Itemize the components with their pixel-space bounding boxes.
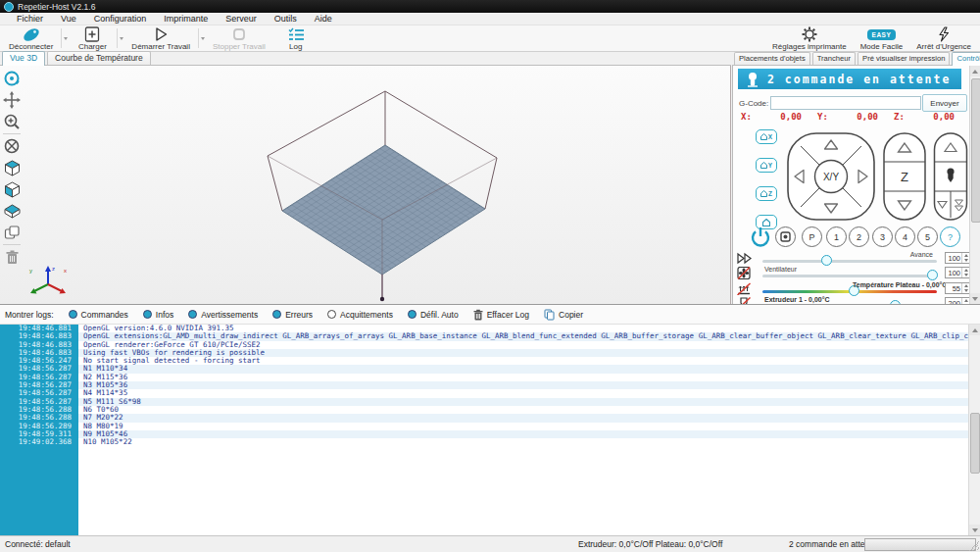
pending-commands-header: 2 commande en attente (738, 69, 961, 89)
log-row: 19:48:56.289N8 M80*19 (0, 423, 980, 430)
menu-configuration[interactable]: Configuration (85, 14, 156, 24)
scroll-up-icon[interactable] (969, 325, 980, 335)
log-scrollbar[interactable] (968, 325, 980, 535)
park-button[interactable]: P (802, 226, 822, 247)
easy-badge: EASY (867, 29, 897, 40)
filter-infos[interactable]: Infos (143, 310, 173, 320)
bed-temp-value: 55 (946, 284, 961, 293)
home-buttons: X Y Z (756, 129, 777, 229)
gcode-input[interactable] (770, 96, 921, 110)
macro-3-button[interactable]: 3 (872, 226, 893, 247)
menu-aide[interactable]: Aide (306, 14, 341, 24)
toolstrip-separator (3, 133, 21, 134)
dropdown-arrow-icon[interactable] (120, 37, 123, 40)
toolbar-separator (117, 28, 118, 48)
feedrate-slider-thumb[interactable] (821, 255, 832, 266)
load-button[interactable]: Charger (69, 25, 116, 51)
filter-dot-icon (69, 310, 77, 319)
macro-5-button[interactable]: 5 (917, 226, 938, 247)
printer-settings-button[interactable]: Réglages imprimante (765, 25, 854, 51)
home-z-button[interactable]: Z (756, 186, 777, 201)
log-body[interactable]: 19:48:46.881OpenGL version:4.6.0 NVIDIA … (0, 325, 980, 535)
scroll-down-icon[interactable] (970, 293, 980, 304)
menu-fichier[interactable]: Fichier (8, 14, 52, 24)
filter-acks[interactable]: Acquittements (327, 310, 393, 320)
fan-slider-thumb[interactable] (927, 270, 938, 280)
perspective-view-icon[interactable] (1, 222, 23, 243)
macro-1-button[interactable]: 1 (826, 226, 847, 247)
tab-trancheur[interactable]: Trancheur (812, 52, 856, 65)
home-x-button[interactable]: X (756, 129, 777, 144)
viewport-3d[interactable]: y x z (0, 66, 731, 304)
disconnect-button[interactable]: Déconnecter (2, 25, 60, 51)
xy-jog-pad[interactable]: X/Y (786, 131, 876, 222)
help-button[interactable]: ? (940, 226, 960, 247)
feedrate-slider[interactable]: Avance (762, 260, 937, 263)
fan-spinner[interactable]: 100 (945, 267, 970, 278)
start-job-button[interactable]: Démarrer Travail (124, 25, 197, 51)
feedrate-spinner[interactable]: 100 (945, 252, 970, 264)
home-icon (760, 190, 767, 197)
tab-placements-objets[interactable]: Placements d'objets (734, 52, 810, 65)
menu-serveur[interactable]: Serveur (217, 14, 266, 24)
tab-courbe-temperature[interactable]: Courbe de Température (47, 51, 151, 65)
dropdown-arrow-icon[interactable] (201, 37, 205, 40)
spinner-arrows-icon[interactable] (961, 283, 969, 293)
main-toolbar: Déconnecter Charger Démarrer Travail Sto… (0, 25, 980, 52)
z-jog-control[interactable]: Z (882, 131, 927, 222)
bed-temp-spinner[interactable]: 55 (945, 282, 970, 294)
scroll-down-icon[interactable] (969, 525, 980, 535)
easy-mode-label: Mode Facile (860, 42, 904, 51)
filter-dot-icon (408, 310, 416, 319)
isometric-view-icon[interactable] (1, 157, 23, 178)
disconnect-label: Déconnecter (9, 42, 53, 51)
macro-4-button[interactable]: 4 (895, 226, 915, 247)
top-view-icon[interactable] (1, 200, 23, 222)
filter-commands[interactable]: Commandes (69, 310, 128, 320)
log-filter-bar: Montrer logs: Commandes Infos Avertissem… (0, 305, 980, 325)
delete-object-icon[interactable] (1, 246, 23, 268)
power-button[interactable] (749, 226, 772, 249)
title-bar: Repetier-Host V2.1.6 (0, 0, 980, 13)
filter-errors[interactable]: Erreurs (272, 310, 313, 320)
menu-imprimante[interactable]: Imprimante (155, 14, 217, 24)
fan-slider[interactable]: Ventilateur (762, 275, 937, 277)
filter-warnings[interactable]: Avertissements (188, 310, 258, 320)
log-row: 19:48:56.287N4 M114*35 (0, 389, 980, 397)
tab-controle-manuel[interactable]: Contrôle Manuel (952, 52, 980, 66)
pending-commands-text: 2 commande en attente (767, 73, 951, 86)
resize-grip[interactable] (969, 541, 979, 551)
panel-scrollbar-thumb[interactable] (971, 78, 980, 223)
tab-vue-3d[interactable]: Vue 3D (2, 51, 45, 66)
log-toggle-button[interactable]: Log (272, 25, 319, 51)
spinner-arrows-icon[interactable] (961, 253, 969, 263)
dropdown-arrow-icon[interactable] (64, 37, 68, 40)
tab-previsualiser[interactable]: Pré visualiser impression (858, 52, 950, 65)
front-view-icon[interactable] (1, 178, 23, 200)
menu-vue[interactable]: Vue (52, 14, 85, 24)
extruder-jog-control[interactable] (933, 131, 968, 222)
app-icon (4, 2, 14, 12)
zoom-view-icon[interactable] (1, 111, 23, 132)
spinner-arrows-icon[interactable] (961, 268, 969, 277)
copy-log-button[interactable]: Copier (544, 309, 583, 321)
filter-dot-icon (143, 310, 152, 319)
home-y-button[interactable]: Y (756, 158, 777, 173)
toolbar-separator (61, 28, 62, 48)
clear-log-button[interactable]: Effacer Log (473, 309, 529, 321)
bed-temp-slider[interactable]: Température Plateau - 0,00°C (762, 290, 937, 293)
log-scrollbar-thumb[interactable] (970, 413, 980, 474)
macro-2-button[interactable]: 2 (849, 226, 869, 247)
easy-mode-button[interactable]: EASY Mode Facile (854, 25, 910, 51)
menu-outils[interactable]: Outils (266, 14, 306, 24)
move-view-icon[interactable] (1, 89, 23, 111)
extruder-temp-spinner[interactable]: 200 (945, 297, 970, 304)
fit-view-icon[interactable] (1, 135, 23, 157)
panel-scrollbar[interactable] (969, 66, 980, 304)
rotate-view-icon[interactable] (1, 68, 23, 89)
scroll-up-icon[interactable] (970, 66, 980, 76)
filter-autoscroll[interactable]: Défil. Auto (408, 310, 459, 320)
motor-off-button[interactable] (775, 226, 796, 247)
send-gcode-button[interactable]: Envoyer (922, 94, 967, 112)
emergency-stop-button[interactable]: Arrêt d'Urgence (909, 25, 978, 51)
